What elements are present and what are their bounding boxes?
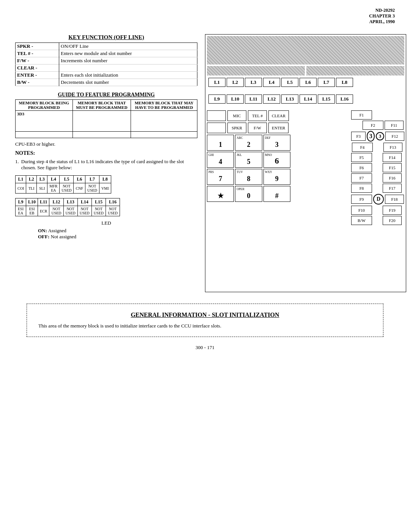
l3-label: L3 <box>37 176 47 183</box>
digit-4: 4 <box>219 158 222 166</box>
f5-btn[interactable]: F5 <box>351 153 372 162</box>
shade-block-1 <box>207 66 305 76</box>
l10-btn[interactable]: L10 <box>227 94 244 104</box>
enter-btn[interactable]: ENTER <box>268 123 289 133</box>
led-off-value: Not assigned <box>51 234 77 239</box>
key-function-table: SPKR - ON/OFF Line TEL # - Enters new mo… <box>15 42 197 86</box>
mic-row: MIC TEL # CLEAR <box>207 110 349 121</box>
l11-btn[interactable]: L11 <box>245 94 262 104</box>
l1-btn[interactable]: L1 <box>208 78 226 87</box>
l6-btn[interactable]: L6 <box>300 78 317 87</box>
l13-label: L13 <box>63 198 77 206</box>
f11-btn-area: F11 <box>385 121 404 130</box>
f16-btn[interactable]: F16 <box>383 173 402 183</box>
key-4[interactable]: GHI 4 <box>207 152 234 168</box>
mic-btn[interactable]: MIC <box>227 110 246 121</box>
key-8[interactable]: TUV 8 <box>235 169 262 185</box>
f16-area: F16 <box>383 173 402 183</box>
key-0[interactable]: OPER 0 <box>235 186 262 202</box>
key-2[interactable]: ABC 2 <box>235 135 262 151</box>
f11-btn[interactable]: F11 <box>385 121 404 130</box>
f8-btn[interactable]: F8 <box>351 184 372 193</box>
fw-btn[interactable]: F/W <box>248 123 267 133</box>
badge-3-small: 3 <box>376 132 384 140</box>
f4-row: F4 F13 <box>352 143 404 152</box>
key-7[interactable]: PRS 7 <box>207 169 234 185</box>
table-row: ESIEA ESIEB ECR NOTUSED NOTUSED NOTUSED … <box>16 206 120 216</box>
header-info: ND-20292 CHAPTER 3 APRIL, 1990 <box>369 8 395 25</box>
l8-btn[interactable]: L8 <box>336 78 353 87</box>
alpha-2: ABC <box>237 136 243 140</box>
l14-label: L14 <box>77 198 91 206</box>
f12-btn[interactable]: F12 <box>385 132 404 141</box>
l12-btn[interactable]: L12 <box>263 94 280 104</box>
l14-btn[interactable]: L14 <box>300 94 317 104</box>
f2-btn[interactable]: F2 <box>363 121 383 130</box>
digit-3: 3 <box>275 141 279 149</box>
spkr-btn[interactable]: SPKR <box>227 123 246 133</box>
kf-key-fw: F/W - <box>16 57 59 65</box>
key-9[interactable]: WXY 9 <box>263 169 290 185</box>
f15-area: F15 <box>383 163 402 172</box>
f17-btn[interactable]: F17 <box>383 184 402 193</box>
tel-btn[interactable]: TEL # <box>248 110 267 121</box>
f13-btn[interactable]: F13 <box>383 143 402 152</box>
f10-btn[interactable]: F10 <box>351 206 372 215</box>
l11-val: ECR <box>38 206 49 216</box>
l13-btn[interactable]: L13 <box>281 94 298 104</box>
digit-star: ★ <box>218 192 224 200</box>
key-hash[interactable]: # <box>263 186 290 202</box>
clear-btn[interactable]: CLEAR <box>268 110 289 121</box>
bw-btn[interactable]: B/W <box>351 216 372 225</box>
f3-btn[interactable]: F3 <box>351 132 366 141</box>
f1-btn[interactable]: F1 <box>351 110 372 120</box>
l5-val: NOTUSED <box>60 183 74 194</box>
f7-btn[interactable]: F7 <box>351 173 372 183</box>
f14-btn[interactable]: F14 <box>383 153 402 162</box>
alpha-9: WXY <box>265 170 272 174</box>
table-row: ENTER - Enters each slot initialization <box>16 72 197 79</box>
kf-desc-tel: Enters new module and slot number <box>59 50 197 57</box>
table-row: L1 L2 L3 L4 L5 L6 L7 L8 <box>16 176 111 183</box>
key-star[interactable]: ★ <box>207 186 234 202</box>
key-6[interactable]: MNO 6 <box>263 152 290 168</box>
digit-0: 0 <box>247 192 250 200</box>
f19-area: F19 <box>383 206 402 215</box>
bottom-box: GENERAL INFORMATION - SLOT INITIALIZATIO… <box>27 304 383 337</box>
left-column: KEY FUNCTION (OFF LINE) SPKR - ON/OFF Li… <box>15 34 197 292</box>
kf-desc-spkr: ON/OFF Line <box>59 43 197 50</box>
f4-btn[interactable]: F4 <box>352 143 373 152</box>
f6-btn[interactable]: F6 <box>351 163 372 172</box>
l5-btn[interactable]: L5 <box>281 78 298 87</box>
f1-row: F1 <box>351 110 404 120</box>
f5-row: F5 F14 <box>351 153 404 162</box>
digit-6: 6 <box>275 156 279 166</box>
f18-btn[interactable]: F18 <box>385 195 404 204</box>
key-3[interactable]: DEF 3 <box>263 135 290 151</box>
led-off-label: OFF: <box>38 234 49 239</box>
l16-btn[interactable]: L16 <box>336 94 353 104</box>
l3-btn[interactable]: L3 <box>245 78 262 87</box>
l15-btn[interactable]: L15 <box>318 94 335 104</box>
l7-btn[interactable]: L7 <box>318 78 335 87</box>
f9-btn[interactable]: F9 <box>351 195 372 204</box>
l9-btn[interactable]: L9 <box>208 94 226 104</box>
l12-label: L12 <box>49 198 63 206</box>
alpha-3: DEF <box>265 136 271 140</box>
f20-btn[interactable]: F20 <box>383 216 402 225</box>
kf-desc-bw: Decrements slot number <box>59 79 197 86</box>
l10-val: ESIEB <box>26 206 38 216</box>
f3-row: F3 3 3 F12 <box>351 131 404 142</box>
f19-btn[interactable]: F19 <box>383 206 402 215</box>
f6-row: F6 F15 <box>351 163 404 172</box>
key-5[interactable]: JKL 5 <box>235 152 262 168</box>
guide-col3-empty <box>131 132 197 138</box>
kf-desc-clear <box>59 65 197 72</box>
key-1[interactable]: 1 <box>207 135 234 151</box>
table-row: B/W - Decrements slot number <box>16 79 197 86</box>
digit-8: 8 <box>247 175 250 183</box>
l1-val: COI <box>16 183 26 194</box>
l4-btn[interactable]: L4 <box>263 78 280 87</box>
l2-btn[interactable]: L2 <box>227 78 244 87</box>
f15-btn[interactable]: F15 <box>383 163 402 172</box>
